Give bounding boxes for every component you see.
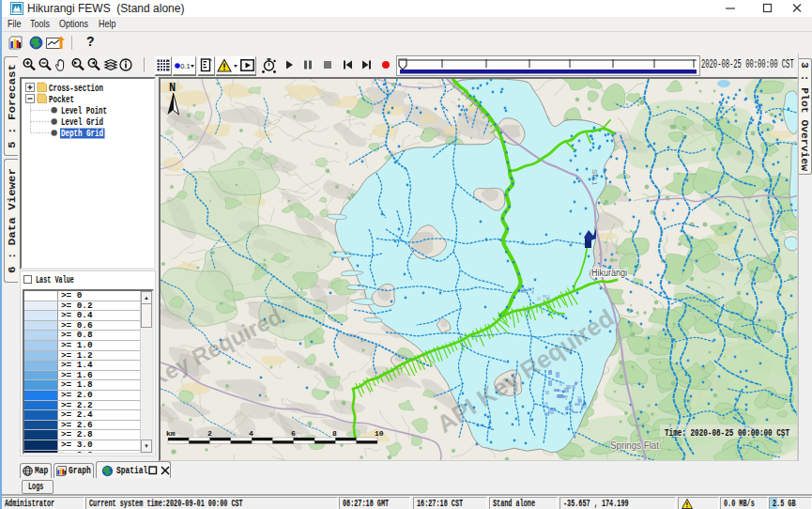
svg-text:6: 6: [291, 429, 296, 438]
svg-text:5 : Forecast: 5 : Forecast: [8, 64, 18, 148]
svg-text:Pocket: Pocket: [49, 94, 74, 105]
svg-text:6 : Data Viewer: 6 : Data Viewer: [8, 168, 18, 273]
svg-text:Time: 2020-08-25 00:00:00 CST: Time: 2020-08-25 00:00:00 CST: [665, 427, 789, 439]
svg-text:0.1: 0.1: [180, 62, 190, 70]
svg-text:Depth Grid: Depth Grid: [61, 128, 103, 139]
svg-text:10: 10: [375, 429, 384, 438]
svg-text:Springs Flat: Springs Flat: [610, 440, 659, 451]
svg-text:3 : Plot Overview: 3 : Plot Overview: [799, 62, 809, 171]
svg-text:4: 4: [249, 429, 253, 438]
svg-text:Level Grid: Level Grid: [61, 116, 103, 128]
svg-text:Level Point: Level Point: [61, 105, 107, 116]
svg-text:8: 8: [332, 429, 337, 438]
svg-text:SH 1: SH 1: [590, 169, 599, 186]
svg-text:km: km: [166, 429, 176, 438]
svg-text:2: 2: [207, 429, 212, 438]
svg-text:N: N: [169, 82, 176, 95]
svg-text:Hikurangi: Hikurangi: [591, 268, 627, 278]
svg-text:Cross-section: Cross-section: [49, 83, 103, 94]
